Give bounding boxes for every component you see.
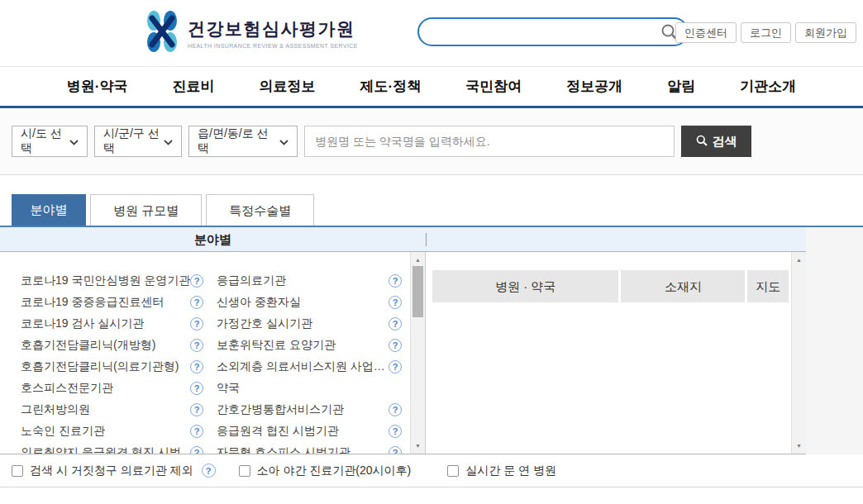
category-scrollbar[interactable]: ▲ ▼ <box>410 252 425 454</box>
category-item[interactable]: 호흡기전담클리닉(개방형) ? <box>21 335 203 356</box>
login-button[interactable]: 로그인 <box>741 22 791 43</box>
sigungu-select[interactable]: 시/군/구 선택 <box>94 126 182 157</box>
sigungu-select-label: 시/군/구 선택 <box>103 126 164 156</box>
checkbox-exclude-false-claims[interactable]: 검색 시 거짓청구 의료기관 제외 ? <box>12 464 216 478</box>
category-item[interactable]: 코로나19 국민안심병원 운영기관 ? <box>21 270 203 292</box>
dong-select-label: 읍/면/동/로 선택 <box>198 126 279 156</box>
panel-header-band: 분야별 <box>0 227 806 252</box>
checkbox-input[interactable] <box>239 465 250 477</box>
column-header-hospital-pharmacy: 병원 · 약국 <box>432 270 618 302</box>
checkbox-label: 소아 야간 진료기관(20시이후) <box>257 464 412 478</box>
category-item[interactable]: 호흡기전담클리닉(의료기관형) ? <box>21 356 203 378</box>
chevron-down-icon <box>164 135 173 148</box>
help-icon[interactable]: ? <box>190 382 203 395</box>
category-item[interactable]: 호스피스전문기관 ? <box>21 378 203 399</box>
scroll-up-icon[interactable]: ▲ <box>411 257 425 263</box>
panel-header-title: 분야별 <box>0 227 426 252</box>
help-icon[interactable]: ? <box>389 296 402 309</box>
nav-item-hospital-pharmacy[interactable]: 병원·약국 <box>67 77 128 96</box>
help-icon[interactable]: ? <box>190 339 203 352</box>
header-search-box <box>417 17 689 46</box>
help-icon[interactable]: ? <box>389 425 402 438</box>
category-item[interactable]: 의료취약지 응급원격 협진 시범 ? <box>21 442 203 454</box>
tab-by-hospital-size[interactable]: 병원 규모별 <box>90 194 202 226</box>
scroll-down-icon[interactable]: ▼ <box>792 443 806 449</box>
help-icon[interactable]: ? <box>190 274 203 288</box>
sido-select-label: 시/도 선택 <box>21 126 69 156</box>
checkbox-open-now-hospitals[interactable]: 실시간 문 연 병원 <box>447 464 556 478</box>
logo-subtitle: HEALTH INSURANCE REVIEW & ASSESSMENT SER… <box>188 43 358 49</box>
nav-item-participation[interactable]: 국민참여 <box>465 77 522 96</box>
category-list-column-2: 응급의료기관 ? 신생아 중환자실 ? 가정간호 실시기관 ? 보훈위탁진료 요… <box>217 270 402 454</box>
category-item[interactable]: 코로나19 검사 실시기관 ? <box>21 313 203 335</box>
sido-select[interactable]: 시/도 선택 <box>12 126 88 157</box>
category-item[interactable]: 소외계층 의료서비스지원 사업… ? <box>217 356 402 378</box>
category-item[interactable]: 코로나19 중증응급진료센터 ? <box>21 292 203 313</box>
signup-button[interactable]: 회원가입 <box>795 22 856 43</box>
category-item[interactable]: 응급의료기관 ? <box>217 270 402 292</box>
column-header-map: 지도 <box>747 270 789 302</box>
keyword-input[interactable] <box>304 126 675 157</box>
category-tabs: 분야별 병원 규모별 특정수술별 <box>0 175 863 227</box>
site-header: 건강보험심사평가원 HEALTH INSURANCE REVIEW & ASSE… <box>0 0 863 66</box>
help-icon[interactable]: ? <box>190 317 203 330</box>
hira-logo-mark-icon <box>145 11 179 55</box>
auth-center-button[interactable]: 인증센터 <box>675 22 737 43</box>
help-icon[interactable]: ? <box>389 446 402 454</box>
category-item[interactable]: 가정간호 실시기관 ? <box>217 313 402 335</box>
checkbox-input[interactable] <box>447 465 459 477</box>
checkbox-pediatric-night-clinic[interactable]: 소아 야간 진료기관(20시이후) <box>239 464 412 478</box>
nav-item-policy[interactable]: 제도·정책 <box>360 77 422 96</box>
nav-item-medical-info[interactable]: 의료정보 <box>260 77 316 96</box>
category-item[interactable]: 자문형 호스피스 시범기관 ? <box>217 442 402 454</box>
category-item[interactable]: 간호간병통합서비스기관 ? <box>217 399 402 421</box>
category-item[interactable]: 그린처방의원 ? <box>21 399 203 421</box>
help-icon[interactable]: ? <box>202 464 216 478</box>
help-icon[interactable]: ? <box>190 296 203 309</box>
help-icon[interactable]: ? <box>389 274 402 288</box>
help-icon[interactable]: ? <box>389 403 402 416</box>
column-header-location: 소재지 <box>621 270 745 302</box>
header-search-input[interactable] <box>417 17 689 46</box>
search-button[interactable]: 검색 <box>681 126 751 157</box>
category-item[interactable]: 보훈위탁진료 요양기관 ? <box>217 335 402 356</box>
chevron-down-icon <box>279 135 288 148</box>
hira-logo[interactable]: 건강보험심사평가원 HEALTH INSURANCE REVIEW & ASSE… <box>145 11 358 55</box>
nav-item-medical-fee[interactable]: 진료비 <box>173 77 215 96</box>
footer-filter-bar: 검색 시 거짓청구 의료기관 제외 ? 소아 야간 진료기관(20시이후) 실시… <box>0 454 863 487</box>
help-icon[interactable]: ? <box>190 425 203 438</box>
chevron-down-icon <box>69 135 79 148</box>
results-table-header: 병원 · 약국 소재지 지도 <box>432 270 789 302</box>
help-icon[interactable]: ? <box>190 403 203 416</box>
panel-header-divider <box>426 233 427 246</box>
help-icon[interactable]: ? <box>389 360 402 373</box>
nav-item-about[interactable]: 기관소개 <box>740 77 796 96</box>
header-utility-links: 인증센터 로그인 회원가입 <box>675 22 856 43</box>
help-icon[interactable]: ? <box>190 360 203 373</box>
checkbox-label: 실시간 문 연 병원 <box>465 464 556 478</box>
scroll-up-icon[interactable]: ▲ <box>792 257 806 263</box>
main-nav: 병원·약국 진료비 의료정보 제도·정책 국민참여 정보공개 알림 기관소개 <box>0 66 863 108</box>
scrollbar-thumb[interactable] <box>412 266 423 317</box>
help-icon[interactable]: ? <box>389 317 402 330</box>
category-item[interactable]: 신생아 중환자실 ? <box>217 292 402 313</box>
nav-item-notice[interactable]: 알림 <box>667 77 695 96</box>
tab-by-field[interactable]: 분야별 <box>12 194 86 226</box>
checkbox-input[interactable] <box>12 465 23 477</box>
help-icon[interactable]: ? <box>389 339 402 352</box>
category-item[interactable]: 응급원격 협진 시범기관 ? <box>217 421 402 442</box>
nav-item-disclosure[interactable]: 정보공개 <box>566 77 622 96</box>
category-item[interactable]: 노숙인 진료기관 ? <box>21 421 203 442</box>
help-icon[interactable]: ? <box>190 446 203 454</box>
tab-by-surgery[interactable]: 특정수술별 <box>206 194 314 226</box>
category-panel: 코로나19 국민안심병원 운영기관 ? 코로나19 중증응급진료센터 ? 코로나… <box>0 252 426 454</box>
search-icon <box>696 135 708 149</box>
dong-select[interactable]: 읍/면/동/로 선택 <box>188 126 298 157</box>
panels-row: 코로나19 국민안심병원 운영기관 ? 코로나19 중증응급진료센터 ? 코로나… <box>0 252 806 454</box>
search-button-label: 검색 <box>713 134 737 150</box>
main-content: 분야별 코로나19 국민안심병원 운영기관 ? 코로나19 중증응급진료센터 ? <box>0 227 806 454</box>
checkbox-label: 검색 시 거짓청구 의료기관 제외 <box>30 464 193 478</box>
results-scrollbar[interactable]: ▲ ▼ <box>791 252 806 454</box>
scroll-down-icon[interactable]: ▼ <box>411 443 425 449</box>
category-item[interactable]: 약국 <box>217 378 402 399</box>
